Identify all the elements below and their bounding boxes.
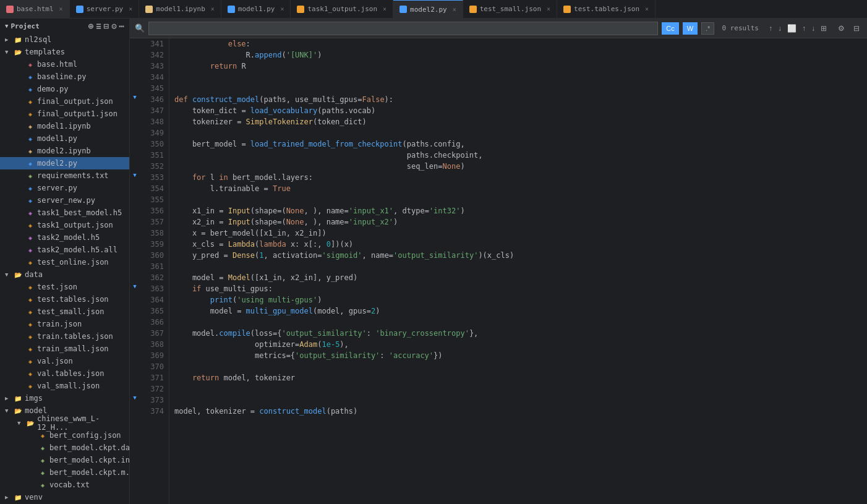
tree-item-test-small-json[interactable]: ◈ test_small.json (0, 305, 129, 318)
icon-bert-model-ckpt-in: ◈ (38, 456, 47, 464)
code-line-341: else: (174, 38, 862, 49)
icon-task2-model-h5-all: ◈ (26, 246, 35, 254)
tree-item-model2-py[interactable]: ◈ model2.py (0, 157, 129, 169)
tree-item-baseline-py[interactable]: ◈ baseline.py (0, 70, 129, 83)
tab-task1-output-json[interactable]: task1_output.json × (291, 0, 393, 19)
icon-final-output1-json: ◈ (26, 109, 35, 118)
code-line-354: l.trainable = True (174, 183, 862, 194)
icon-requirements-txt: ◈ (26, 171, 35, 180)
tab-close-model2-py[interactable]: × (453, 6, 456, 13)
arrow-nl2sql: ▶ (5, 36, 14, 43)
match-case-button[interactable]: Cc (662, 22, 678, 35)
tab-model2-py[interactable]: model2.py × (393, 0, 463, 19)
tab-model1-py[interactable]: model1.py × (221, 0, 291, 19)
icon-server-new-py: ◈ (26, 196, 35, 205)
tree-item-imgs[interactable]: ▶ 📁 imgs (0, 392, 129, 404)
search-bar: 🔍 Cc W .* 0 results ↑ ↓ ⬜ ↑ ↓ ⊞ ⚙ ⊟ (130, 19, 867, 38)
code-content[interactable]: else: R.append('[UNK]') return R def con… (169, 38, 867, 504)
tree-item-requirements-txt[interactable]: ◈ requirements.txt (0, 169, 129, 182)
tree-item-train-json[interactable]: ◈ train.json (0, 318, 129, 330)
tree-item-final-output-json[interactable]: ◈ final_output.json (0, 95, 129, 108)
icon-test-json: ◈ (26, 283, 35, 291)
expand-button[interactable]: ⬜ (785, 23, 799, 34)
tree-item-train-small-json[interactable]: ◈ train_small.json (0, 343, 129, 355)
tab-close-server-py[interactable]: × (129, 6, 132, 12)
tree-item-server-py[interactable]: ◈ server.py (0, 182, 129, 194)
icon-model1-ipynb: ◈ (26, 122, 35, 130)
settings-icon[interactable]: ⚙ (111, 21, 116, 31)
tree-item-vocab-txt[interactable]: ◈ vocab.txt (0, 479, 129, 491)
tree-item-bert-model-ckpt-m[interactable]: ◈ bert_model.ckpt.m... (0, 466, 129, 479)
search-icon: 🔍 (135, 23, 145, 33)
whole-word-button[interactable]: W (683, 22, 698, 35)
code-line-342: R.append('[UNK]') (174, 49, 862, 61)
search-input[interactable] (148, 22, 658, 35)
tree-item-val-json[interactable]: ◈ val.json (0, 355, 129, 367)
list-icon[interactable]: ≡ (96, 21, 101, 31)
more-icon[interactable]: ⋯ (119, 21, 124, 31)
tab-close-model1-ipynb[interactable]: × (211, 6, 215, 12)
tree-item-venv[interactable]: ▶ 📁 venv (0, 491, 129, 503)
tree-item-val-tables-json[interactable]: ◈ val.tables.json (0, 367, 129, 380)
tab-close-test-small[interactable]: × (547, 6, 550, 12)
tree-item-model2-ipynb[interactable]: ◈ model2.ipynb (0, 145, 129, 157)
tab-test-small-json[interactable]: test_small.json × (463, 0, 557, 19)
tree-item-val-small-json[interactable]: ◈ val_small.json (0, 380, 129, 392)
tab-model1-ipynb[interactable]: model1.ipynb × (139, 0, 221, 19)
tree-item-server-new-py[interactable]: ◈ server_new.py (0, 194, 129, 207)
open-in-find-button[interactable]: ⊞ (818, 23, 829, 34)
label-val-tables-json: val.tables.json (37, 369, 104, 378)
prev-file-button[interactable]: ↑ (800, 23, 808, 34)
tree-item-task2-model-h5[interactable]: ◈ task2_model.h5 (0, 231, 129, 244)
json-file-icon3 (563, 6, 571, 13)
label-task2-model-h5: task2_model.h5 (37, 233, 100, 242)
tree-item-bert-config-json[interactable]: ◈ bert_config.json (0, 429, 129, 442)
collapse-icon[interactable]: ⊟ (104, 21, 109, 31)
tab-close-base-html[interactable]: × (59, 6, 63, 12)
tree-item-base-html[interactable]: ◈ base.html (0, 58, 129, 70)
code-line-346: def construct_model(paths, use_multi_gpu… (174, 94, 862, 105)
tree-item-bert-model-ckpt-da[interactable]: ◈ bert_model.ckpt.da... (0, 442, 129, 454)
next-result-button[interactable]: ↓ (775, 23, 784, 34)
filter-button[interactable]: ⚙ (835, 23, 847, 34)
editor: 🔍 Cc W .* 0 results ↑ ↓ ⬜ ↑ ↓ ⊞ ⚙ ⊟ (130, 19, 867, 504)
tree-item-data[interactable]: ▼ 📂 data (0, 268, 129, 281)
tree-item-test-online-json[interactable]: ◈ test_online.json (0, 256, 129, 268)
label-nl2sql: nl2sql (25, 35, 51, 44)
icon-final-output-json: ◈ (26, 97, 35, 106)
tree-item-task1-output-json[interactable]: ◈ task1_output.json (0, 219, 129, 231)
add-icon[interactable]: ⊕ (88, 21, 93, 31)
tree-item-test-json[interactable]: ◈ test.json (0, 281, 129, 293)
label-task2-model-h5-all: task2_model.h5.all (37, 246, 117, 254)
regex-button[interactable]: .* (701, 22, 714, 35)
tree-item-nl2sql[interactable]: ▶ 📁 nl2sql (0, 33, 129, 46)
tree-item-task1-best-model[interactable]: ◈ task1_best_model.h5 (0, 207, 129, 219)
tree-item-bert-model-ckpt-in[interactable]: ◈ bert_model.ckpt.in... (0, 454, 129, 466)
tree-item-templates[interactable]: ▼ 📂 templates (0, 46, 129, 58)
code-line-353: for l in bert_model.layers: (174, 172, 862, 183)
tree-item-model1-py[interactable]: ◈ model1.py (0, 132, 129, 145)
tree-item-final-output1-json[interactable]: ◈ final_output1.json (0, 108, 129, 120)
project-header[interactable]: ▼ Project ⊕ ≡ ⊟ ⚙ ⋯ (0, 19, 129, 33)
tree-item-demo-py[interactable]: ◈ demo.py (0, 83, 129, 95)
code-line-364: print('using multi-gpus') (174, 294, 862, 305)
tab-close-task1-output[interactable]: × (383, 6, 387, 12)
next-file-button[interactable]: ↓ (809, 23, 818, 34)
tab-test-tables-json[interactable]: test.tables.json × (557, 0, 656, 19)
tree-item-model1-ipynb[interactable]: ◈ model1.ipynb (0, 120, 129, 132)
tab-close-test-tables[interactable]: × (645, 6, 649, 12)
tree-item-chinese-wwm[interactable]: ▼ 📂 chinese_wwm_L-12_H... (0, 417, 129, 429)
tab-server-py[interactable]: server.py × (70, 0, 140, 19)
tab-close-model1-py[interactable]: × (280, 6, 284, 12)
label-task1-best-model: task1_best_model.h5 (37, 208, 122, 217)
label-model1-ipynb: model1.ipynb (37, 122, 91, 130)
filter-results-button[interactable]: ⊟ (851, 23, 862, 34)
tree-item-train-tables-json[interactable]: ◈ train.tables.json (0, 330, 129, 343)
label-model1-py: model1.py (37, 134, 77, 143)
prev-result-button[interactable]: ↑ (766, 23, 775, 34)
tab-base-html[interactable]: base.html × (0, 0, 70, 19)
tree-item-task2-model-h5-all[interactable]: ◈ task2_model.h5.all (0, 244, 129, 256)
tree-item-test-tables-json[interactable]: ◈ test.tables.json (0, 293, 129, 305)
code-line-359: x_cls = Lambda(lambda x: x[:, 0])(x) (174, 239, 862, 250)
icon-test-tables-json: ◈ (26, 295, 35, 304)
